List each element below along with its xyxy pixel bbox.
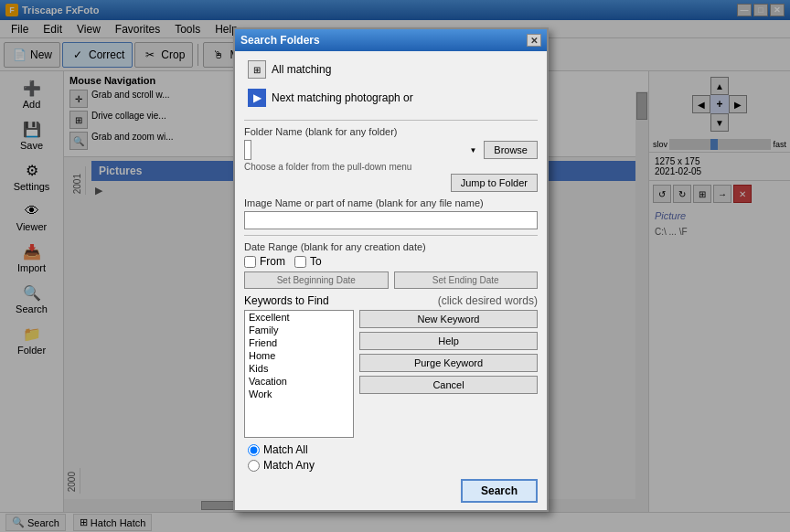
keyword-kids[interactable]: Kids [245,362,353,375]
dialog-close-button[interactable]: ✕ [527,34,541,47]
keyword-friend[interactable]: Friend [245,336,353,349]
search-dialog: Search Folders ✕ ⊞ All matching ▶ Next m… [233,27,549,512]
set-ending-date-button[interactable]: Set Ending Date [394,271,539,289]
date-from-item: From [244,255,285,268]
bottom-buttons: Search [244,479,538,503]
keyword-work[interactable]: Work [245,388,353,400]
dialog-title: Search Folders [240,34,320,47]
folder-section: Folder Name (blank for any folder) Brows… [244,126,538,192]
purge-keyword-button[interactable]: Purge Keyword [359,354,538,372]
set-beginning-date-button[interactable]: Set Beginning Date [244,271,389,289]
folder-select-wrapper [244,140,480,160]
match-any-row: Match Any [248,459,538,472]
match-all-label: Match All [263,443,308,456]
dialog-title-bar: Search Folders ✕ [235,29,547,51]
image-label: Image Name or part of name (blank for an… [244,197,538,208]
keyword-vacation[interactable]: Vacation [245,375,353,388]
all-matching-icon: ⊞ [248,60,266,79]
keywords-hint: (click desired words) [438,294,538,307]
date-btn-row: Set Beginning Date Set Ending Date [244,271,538,289]
keywords-section: Excellent Family Friend Home Kids Vacati… [244,310,538,438]
date-section: Date Range (blank for any creation date)… [244,241,538,289]
date-range-row: From To [244,255,538,268]
folder-label: Folder Name (blank for any folder) [244,126,538,137]
jump-to-folder-button[interactable]: Jump to Folder [451,174,538,192]
keywords-label: Keywords to Find [244,294,329,307]
image-section: Image Name or part of name (blank for an… [244,197,538,229]
search-button[interactable]: Search [461,479,538,503]
image-name-input[interactable] [244,211,538,229]
match-all-row: Match All [248,443,538,456]
browse-button[interactable]: Browse [484,141,538,159]
divider-1 [244,120,538,121]
match-any-label: Match Any [263,459,315,472]
keyword-home[interactable]: Home [245,349,353,362]
all-matching-row: ⊞ All matching [244,59,538,80]
keywords-buttons: New Keyword Help Purge Keyword Cancel [359,310,538,438]
folder-hint: Choose a folder from the pull-down menu [244,162,538,172]
date-from-label: From [260,255,285,268]
next-matching-row: ▶ Next matching photograph or [244,87,538,109]
dialog-body: ⊞ All matching ▶ Next matching photograp… [235,51,547,510]
match-section: Match All Match Any [244,443,538,472]
date-to-checkbox[interactable] [294,256,306,268]
next-arrow-icon: ▶ [248,89,266,107]
main-window: F Triscape FxFoto — □ ✕ File Edit View F… [0,0,790,532]
all-matching-label: All matching [272,63,331,76]
date-label: Date Range (blank for any creation date) [244,241,538,252]
date-from-checkbox[interactable] [244,256,256,268]
keywords-list[interactable]: Excellent Family Friend Home Kids Vacati… [244,310,354,438]
next-matching-label: Next matching photograph or [272,91,413,104]
folder-input-row: Browse [244,140,538,160]
match-any-radio[interactable] [248,460,260,472]
help-button[interactable]: Help [359,332,538,350]
date-to-item: To [294,255,322,268]
cancel-button[interactable]: Cancel [359,376,538,394]
date-to-label: To [310,255,322,268]
match-all-radio[interactable] [248,444,260,456]
new-keyword-button[interactable]: New Keyword [359,310,538,328]
keyword-excellent[interactable]: Excellent [245,311,353,324]
folder-select[interactable] [244,140,251,160]
divider-2 [244,235,538,236]
keyword-family[interactable]: Family [245,324,353,336]
